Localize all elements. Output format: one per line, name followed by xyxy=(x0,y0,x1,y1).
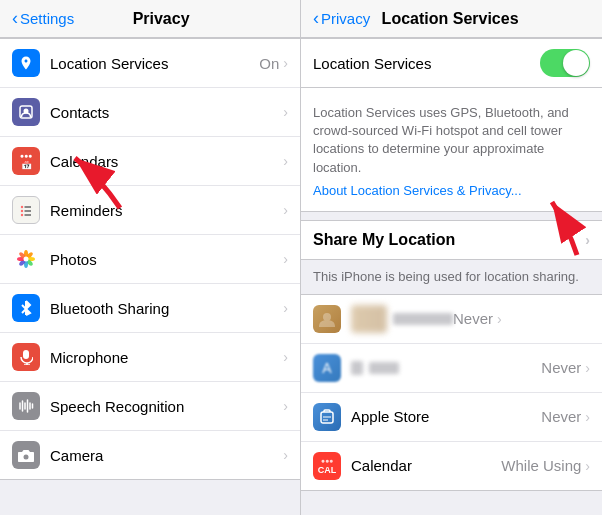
apple-store-icon xyxy=(313,403,341,431)
app2-chevron: › xyxy=(585,360,590,376)
list-item-speech[interactable]: Speech Recognition › xyxy=(0,382,300,431)
reminders-chevron: › xyxy=(283,202,288,218)
share-location-label: Share My Location xyxy=(313,231,455,249)
location-toggle-switch[interactable] xyxy=(540,49,590,77)
share-location-header[interactable]: Share My Location › xyxy=(301,220,602,260)
calendars-chevron: › xyxy=(283,153,288,169)
toggle-knob xyxy=(563,50,589,76)
left-nav-panel: ‹ Settings Privacy xyxy=(0,0,301,37)
location-description: Location Services uses GPS, Bluetooth, a… xyxy=(313,96,590,181)
left-panel: Location Services On › Contacts › ●●● xyxy=(0,38,301,515)
svg-point-2 xyxy=(21,206,23,208)
app-item-apple-store[interactable]: Apple Store Never › xyxy=(301,393,602,442)
speech-chevron: › xyxy=(283,398,288,414)
calendar-app-icon: ●●● CAL xyxy=(313,452,341,480)
bluetooth-label: Bluetooth Sharing xyxy=(50,300,283,317)
right-nav-title: Location Services xyxy=(382,10,519,28)
app2-icon: A xyxy=(313,354,341,382)
spacer1 xyxy=(301,212,602,220)
right-panel: Location Services Location Services uses… xyxy=(301,38,602,515)
bluetooth-chevron: › xyxy=(283,300,288,316)
right-nav-panel: ‹ Privacy Location Services xyxy=(301,0,602,37)
location-description-block: Location Services uses GPS, Bluetooth, a… xyxy=(301,88,602,212)
location-link[interactable]: About Location Services & Privacy... xyxy=(313,183,522,198)
camera-chevron: › xyxy=(283,447,288,463)
list-item-location-services[interactable]: Location Services On › xyxy=(0,39,300,88)
camera-label: Camera xyxy=(50,447,283,464)
location-icon xyxy=(12,49,40,77)
list-item-calendars[interactable]: ●●● 📅 Calendars › xyxy=(0,137,300,186)
microphone-chevron: › xyxy=(283,349,288,365)
share-location-chevron: › xyxy=(585,232,590,248)
back-to-privacy[interactable]: ‹ Privacy xyxy=(313,8,370,29)
apple-store-chevron: › xyxy=(585,409,590,425)
contacts-chevron: › xyxy=(283,104,288,120)
list-item-contacts[interactable]: Contacts › xyxy=(0,88,300,137)
location-chevron: › xyxy=(283,55,288,71)
app2-blurred-text xyxy=(369,362,399,374)
microphone-icon xyxy=(12,343,40,371)
apple-store-permission: Never xyxy=(541,408,581,425)
list-item-photos[interactable]: Photos › xyxy=(0,235,300,284)
contacts-label: Contacts xyxy=(50,104,283,121)
calendars-icon: ●●● 📅 xyxy=(12,147,40,175)
list-item-reminders[interactable]: Reminders › xyxy=(0,186,300,235)
app1-chevron: › xyxy=(497,311,502,327)
microphone-label: Microphone xyxy=(50,349,283,366)
list-item-bluetooth[interactable]: Bluetooth Sharing › xyxy=(0,284,300,333)
back-chevron-right: ‹ xyxy=(313,8,319,29)
list-item-camera[interactable]: Camera › xyxy=(0,431,300,479)
calendars-label: Calendars xyxy=(50,153,283,170)
location-toggle-label: Location Services xyxy=(313,55,431,72)
app1-blurred-name xyxy=(351,305,387,333)
calendar-permission: While Using xyxy=(501,457,581,474)
reminders-label: Reminders xyxy=(50,202,283,219)
app-item-1[interactable]: Never › xyxy=(301,295,602,344)
calendar-name: Calendar xyxy=(351,457,501,474)
app-item-2[interactable]: A Never › xyxy=(301,344,602,393)
back-privacy-label[interactable]: Privacy xyxy=(321,10,370,27)
location-services-toggle-row[interactable]: Location Services xyxy=(301,38,602,88)
bluetooth-icon xyxy=(12,294,40,322)
photos-icon xyxy=(12,245,40,273)
back-chevron-left: ‹ xyxy=(12,8,18,29)
camera-icon xyxy=(12,441,40,469)
share-description: This iPhone is being used for location s… xyxy=(301,260,602,294)
app-permission-list: Never › A Never › xyxy=(301,294,602,491)
back-to-settings[interactable]: ‹ Settings xyxy=(12,8,74,29)
svg-point-30 xyxy=(24,454,29,459)
nav-bars: ‹ Settings Privacy ‹ Privacy Location Se… xyxy=(0,0,602,38)
reminders-icon xyxy=(12,196,40,224)
speech-icon xyxy=(12,392,40,420)
speech-label: Speech Recognition xyxy=(50,398,283,415)
location-services-label: Location Services xyxy=(50,55,259,72)
back-settings-label[interactable]: Settings xyxy=(20,10,74,27)
svg-point-17 xyxy=(24,257,29,262)
app1-permission: Never xyxy=(453,310,493,327)
svg-point-6 xyxy=(21,214,23,216)
svg-point-4 xyxy=(21,210,23,212)
app1-blurred-text xyxy=(393,313,453,325)
photos-chevron: › xyxy=(283,251,288,267)
app2-permission: Never xyxy=(541,359,581,376)
list-item-microphone[interactable]: Microphone › xyxy=(0,333,300,382)
app-item-calendar[interactable]: ●●● CAL Calendar While Using › xyxy=(301,442,602,490)
privacy-list: Location Services On › Contacts › ●●● xyxy=(0,38,300,480)
calendar-chevron: › xyxy=(585,458,590,474)
main-content: Location Services On › Contacts › ●●● xyxy=(0,38,602,515)
svg-point-33 xyxy=(323,313,331,321)
photos-label: Photos xyxy=(50,251,283,268)
contacts-icon xyxy=(12,98,40,126)
apple-store-name: Apple Store xyxy=(351,408,541,425)
svg-rect-21 xyxy=(23,350,29,359)
app1-icon xyxy=(313,305,341,333)
left-nav-title: Privacy xyxy=(133,10,190,28)
location-services-value: On xyxy=(259,55,279,72)
